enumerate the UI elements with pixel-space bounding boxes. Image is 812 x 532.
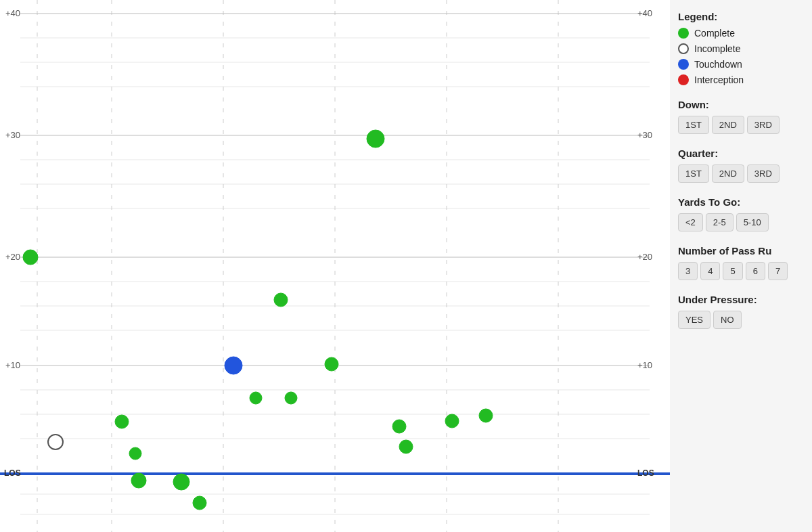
svg-point-51 xyxy=(479,409,493,422)
pass-routes-filter-4[interactable]: 4 xyxy=(700,262,720,280)
svg-text:+30: +30 xyxy=(5,130,20,140)
quarter-filter-buttons: 1ST 2ND 3RD xyxy=(678,164,804,183)
quarter-filter-2nd[interactable]: 2ND xyxy=(712,164,744,183)
svg-point-50 xyxy=(445,414,459,428)
legend-item-interception: Interception xyxy=(678,74,804,85)
down-filter-section: Down: 1ST 2ND 3RD xyxy=(678,99,804,134)
legend-item-touchdown: Touchdown xyxy=(678,59,804,70)
complete-dot xyxy=(678,28,689,39)
svg-text:LOS: LOS xyxy=(4,468,21,478)
quarter-filter-title: Quarter: xyxy=(678,148,804,159)
svg-point-42 xyxy=(225,357,242,374)
down-filter-buttons: 1ST 2ND 3RD xyxy=(678,116,804,134)
pass-routes-filter-buttons: 3 4 5 6 7 xyxy=(678,262,804,280)
incomplete-dot xyxy=(678,43,689,54)
pressure-filter-section: Under Pressure: YES NO xyxy=(678,294,804,329)
svg-text:+10: +10 xyxy=(637,360,652,370)
quarter-filter-section: Quarter: 1ST 2ND 3RD xyxy=(678,148,804,183)
yards-filter-title: Yards To Go: xyxy=(678,196,804,208)
pressure-filter-yes[interactable]: YES xyxy=(678,311,710,329)
pressure-filter-title: Under Pressure: xyxy=(678,294,804,305)
svg-point-47 xyxy=(367,130,384,148)
interception-dot xyxy=(678,74,689,85)
pass-routes-filter-section: Number of Pass Ru 3 4 5 6 7 xyxy=(678,245,804,280)
svg-point-40 xyxy=(173,474,189,490)
svg-text:+40: +40 xyxy=(637,8,652,18)
svg-text:+10: +10 xyxy=(5,360,20,370)
yards-filter-5-10[interactable]: 5-10 xyxy=(736,213,769,231)
sidebar: Legend: Complete Incomplete Touchdown In… xyxy=(670,0,812,532)
yards-filter-2-5[interactable]: 2-5 xyxy=(706,213,734,231)
legend-title: Legend: xyxy=(678,11,804,22)
svg-point-48 xyxy=(392,420,406,433)
svg-point-49 xyxy=(399,440,413,453)
legend-label-touchdown: Touchdown xyxy=(694,59,742,70)
svg-point-43 xyxy=(250,392,262,404)
pass-routes-filter-3[interactable]: 3 xyxy=(678,262,698,280)
svg-point-39 xyxy=(131,473,146,488)
pass-routes-filter-6[interactable]: 6 xyxy=(746,262,765,280)
touchdown-dot xyxy=(678,59,689,70)
svg-point-46 xyxy=(325,357,338,371)
legend-item-incomplete: Incomplete xyxy=(678,43,804,54)
legend-label-incomplete: Incomplete xyxy=(694,43,740,54)
svg-point-36 xyxy=(23,250,38,265)
down-filter-3rd[interactable]: 3RD xyxy=(747,116,780,134)
svg-text:+40: +40 xyxy=(5,8,20,18)
legend-label-complete: Complete xyxy=(694,28,735,39)
yards-filter-buttons: <2 2-5 5-10 xyxy=(678,213,804,231)
pass-routes-filter-5[interactable]: 5 xyxy=(723,262,742,280)
svg-point-41 xyxy=(193,496,206,510)
legend-section: Legend: Complete Incomplete Touchdown In… xyxy=(678,11,804,85)
down-filter-1st[interactable]: 1ST xyxy=(678,116,709,134)
pass-routes-filter-title: Number of Pass Ru xyxy=(678,245,804,257)
svg-point-44 xyxy=(274,293,288,307)
legend-label-interception: Interception xyxy=(694,74,744,85)
svg-point-45 xyxy=(285,392,297,404)
chart-area: +40 +30 +20 +10 LOS +40 +30 +20 +10 LOS xyxy=(0,0,670,532)
down-filter-title: Down: xyxy=(678,99,804,110)
svg-text:+20: +20 xyxy=(637,252,652,262)
pressure-filter-buttons: YES NO xyxy=(678,311,804,329)
pass-routes-filter-7[interactable]: 7 xyxy=(768,262,788,280)
legend-item-complete: Complete xyxy=(678,28,804,39)
svg-point-37 xyxy=(115,415,129,428)
svg-text:LOS: LOS xyxy=(637,468,654,478)
svg-point-38 xyxy=(129,447,141,460)
svg-point-52 xyxy=(48,435,63,449)
svg-text:+20: +20 xyxy=(5,252,20,262)
down-filter-2nd[interactable]: 2ND xyxy=(712,116,744,134)
quarter-filter-3rd[interactable]: 3RD xyxy=(747,164,780,183)
pressure-filter-no[interactable]: NO xyxy=(713,311,742,329)
yards-filter-section: Yards To Go: <2 2-5 5-10 xyxy=(678,196,804,231)
svg-text:+30: +30 xyxy=(637,130,652,140)
quarter-filter-1st[interactable]: 1ST xyxy=(678,164,709,183)
yards-filter-lt2[interactable]: <2 xyxy=(678,213,703,231)
